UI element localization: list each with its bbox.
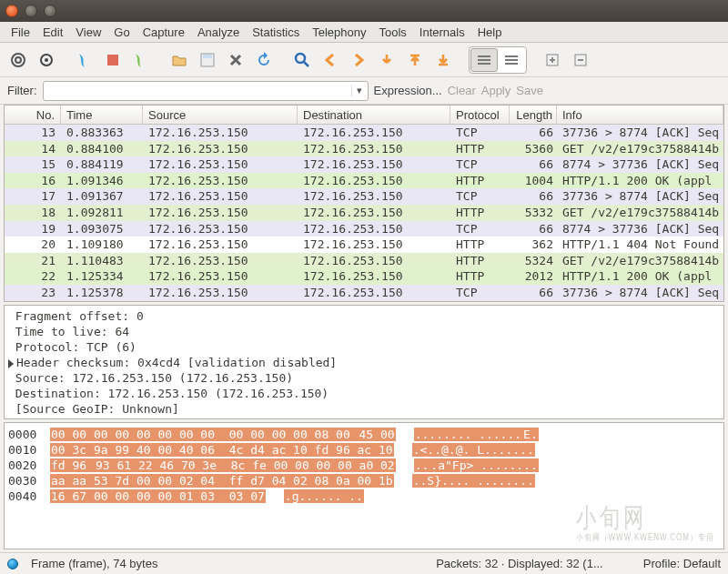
detail-line[interactable]: [Source GeoIP: Unknown] [8,401,720,417]
menubar: FileEditViewGoCaptureAnalyzeStatisticsTe… [0,22,728,43]
packet-row[interactable]: 130.883363172.16.253.150172.16.253.150TC… [5,125,723,141]
statusbar: Frame (frame), 74 bytes Packets: 32 · Di… [0,552,728,574]
col-prot[interactable]: Protocol [450,106,510,124]
apply-link[interactable]: Apply [481,84,511,97]
menu-view[interactable]: View [70,23,106,42]
svg-rect-4 [107,55,118,65]
expert-info-icon[interactable] [7,559,18,569]
close-file-button[interactable] [223,47,248,73]
packet-row[interactable]: 140.884100172.16.253.150172.16.253.150HT… [5,141,723,157]
options-button[interactable] [34,47,59,73]
svg-rect-11 [505,55,518,57]
hex-row[interactable]: 0030aa aa 53 7d 00 00 02 04 ff d7 04 02 … [8,473,720,488]
detail-line[interactable]: Fragment offset: 0 [8,308,720,324]
filter-combo[interactable]: ▾ [43,81,369,101]
menu-capture[interactable]: Capture [137,23,190,42]
svg-rect-12 [505,59,518,61]
menu-statistics[interactable]: Statistics [247,23,305,42]
reload-button[interactable] [251,47,277,73]
window-minimize-button[interactable] [25,5,37,17]
packet-details-pane[interactable]: Fragment offset: 0 Time to live: 64 Prot… [4,305,724,419]
window-maximize-button[interactable] [44,5,56,17]
svg-point-0 [12,54,25,66]
menu-help[interactable]: Help [472,23,508,42]
zoom-in-button[interactable] [540,47,565,73]
hex-row[interactable]: 000000 00 00 00 00 00 00 00 00 00 00 00 … [8,427,720,442]
packet-row[interactable]: 181.092811172.16.253.150172.16.253.150HT… [5,205,723,221]
go-forward-button[interactable] [346,47,371,73]
col-no[interactable]: No. [5,106,61,124]
packet-row[interactable]: 221.125334172.16.253.150172.16.253.150HT… [5,268,723,285]
open-file-button[interactable] [167,47,192,73]
detail-line[interactable]: Header checksum: 0x4cd4 [validation disa… [8,355,720,370]
stop-capture-button[interactable] [100,47,126,73]
packet-row[interactable]: 171.091367172.16.253.150172.16.253.150TC… [5,188,723,205]
clear-link[interactable]: Clear [448,84,476,97]
col-info[interactable]: Info [557,106,723,124]
packet-list-body[interactable]: 130.883363172.16.253.150172.16.253.150TC… [5,125,723,301]
window-close-button[interactable] [5,5,18,17]
detail-line[interactable]: Destination: 172.16.253.150 (172.16.253.… [8,386,720,401]
colorize-button-2[interactable] [498,48,525,72]
col-time[interactable]: Time [61,106,143,124]
hex-row[interactable]: 001000 3c 9a 99 40 00 40 06 4c d4 ac 10 … [8,442,720,458]
detail-line[interactable]: Source: 172.16.253.150 (172.16.253.150) [8,370,720,386]
restart-capture-button[interactable] [128,47,154,73]
menu-file[interactable]: File [5,23,35,42]
svg-rect-6 [203,55,212,58]
filter-label: Filter: [7,84,37,97]
filter-bar: Filter: ▾ Expression... Clear Apply Save [0,77,728,105]
hex-row[interactable]: 0020fd 96 93 61 22 46 70 3e 8c fe 00 00 … [8,458,720,473]
filter-input[interactable] [44,84,351,97]
go-back-button[interactable] [318,47,343,73]
packet-row[interactable]: 191.093075172.16.253.150172.16.253.150TC… [5,221,723,237]
svg-rect-8 [478,55,490,57]
main-toolbar [0,43,728,77]
zoom-out-button[interactable] [568,47,593,73]
menu-tools[interactable]: Tools [373,23,411,42]
svg-point-3 [45,58,48,62]
status-profile[interactable]: Profile: Default [643,557,721,570]
go-to-button[interactable] [374,47,399,73]
svg-rect-9 [478,59,490,61]
detail-line[interactable]: Time to live: 64 [8,324,720,339]
svg-point-7 [296,54,305,63]
save-file-button[interactable] [195,47,220,73]
colorize-button-1[interactable] [470,48,498,72]
packet-list-pane[interactable]: No. Time Source Destination Protocol Len… [4,105,724,302]
detail-line[interactable]: Protocol: TCP (6) [8,339,720,355]
status-frame: Frame (frame), 74 bytes [31,557,157,570]
menu-edit[interactable]: Edit [37,23,68,42]
packet-row[interactable]: 231.125378172.16.253.150172.16.253.150TC… [5,285,723,301]
packet-row[interactable]: 161.091346172.16.253.150172.16.253.150HT… [5,173,723,189]
go-last-button[interactable] [430,47,456,73]
filter-dropdown-icon[interactable]: ▾ [351,85,368,96]
interfaces-button[interactable] [5,47,31,73]
svg-point-1 [15,57,21,63]
packet-row[interactable]: 201.109180172.16.253.150172.16.253.150HT… [5,237,723,253]
packet-bytes-pane[interactable]: 000000 00 00 00 00 00 00 00 00 00 00 00 … [4,422,724,549]
save-link[interactable]: Save [516,84,543,97]
col-dst[interactable]: Destination [298,106,450,124]
svg-rect-10 [478,63,490,65]
start-capture-button[interactable] [72,47,97,73]
col-src[interactable]: Source [143,106,298,124]
packet-row[interactable]: 150.884119172.16.253.150172.16.253.150TC… [5,156,723,173]
go-first-button[interactable] [402,47,428,73]
expression-link[interactable]: Expression... [374,84,442,97]
packet-list-header: No. Time Source Destination Protocol Len… [5,106,723,125]
menu-telephony[interactable]: Telephony [307,23,371,42]
watermark: 小旬网 小旬网（WWW.KWENW.COM）专用 [576,508,714,548]
menu-internals[interactable]: Internals [414,23,470,42]
window-titlebar [0,0,728,22]
hex-row[interactable]: 004016 67 00 00 00 00 01 03 03 07.g.....… [8,488,720,504]
svg-rect-13 [505,63,518,65]
packet-row[interactable]: 211.110483172.16.253.150172.16.253.150HT… [5,253,723,269]
find-button[interactable] [289,47,315,73]
status-packets: Packets: 32 · Displayed: 32 (1... [436,557,603,570]
colorize-group [469,46,527,74]
col-len[interactable]: Length [510,106,557,124]
menu-go[interactable]: Go [108,23,135,42]
menu-analyze[interactable]: Analyze [192,23,245,42]
